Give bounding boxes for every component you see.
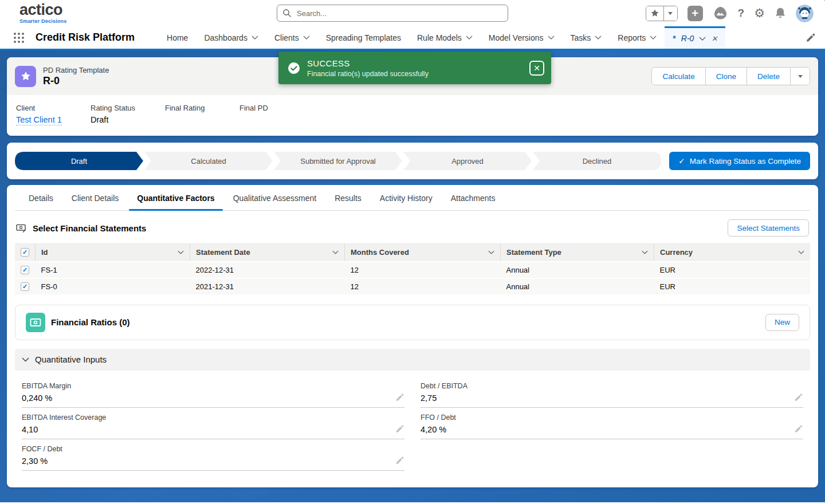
chevron-down-icon — [642, 250, 648, 254]
favorites-caret-icon[interactable] — [663, 6, 677, 21]
cell-id: FS-0 — [36, 278, 190, 295]
cell-statement-date: 2022-12-31 — [190, 262, 345, 278]
edit-pencil-icon[interactable] — [794, 425, 802, 433]
edit-pencil-icon[interactable] — [395, 393, 403, 401]
calculate-button[interactable]: Calculate — [652, 68, 705, 85]
edit-nav-pencil-icon[interactable] — [806, 33, 815, 42]
unsaved-marker: * — [673, 34, 675, 43]
actico-logo: actico Smarter Decisions — [19, 2, 66, 24]
tab-details[interactable]: Details — [19, 185, 62, 210]
global-search — [277, 5, 508, 22]
cell-currency: EUR — [654, 278, 811, 295]
screen: actico Smarter Decisions + ? ⚙ — [0, 0, 825, 504]
tab-qualitative-assessment[interactable]: Qualitative Assessment — [224, 185, 326, 210]
select-statements-button[interactable]: Select Statements — [728, 219, 809, 237]
cell-statement-date: 2021-12-31 — [190, 278, 345, 295]
tab-client-details[interactable]: Client Details — [62, 185, 128, 210]
toast-message: Financial ratio(s) updated successfully — [307, 70, 429, 78]
table-row: ✓ FS-0 2021-12-31 12 Annual EUR — [15, 278, 810, 295]
tab-attachments[interactable]: Attachments — [442, 185, 505, 210]
check-icon: ✓ — [678, 156, 685, 166]
record-title: R-0 — [43, 75, 109, 87]
app-navigation-bar: Credit Risk Platform Home Dashboards Cli… — [0, 26, 825, 50]
toast-close-icon[interactable]: ✕ — [529, 61, 544, 76]
edit-pencil-icon[interactable] — [395, 456, 403, 464]
record-highlight-fields: Client Test Client 1 Rating Status Draft… — [7, 95, 818, 136]
nav-tab-tasks[interactable]: Tasks — [563, 26, 610, 49]
edit-pencil-icon[interactable] — [395, 425, 403, 433]
financial-statements-table: ✓ Id Statement Date Months Covered State… — [15, 243, 810, 296]
help-icon[interactable]: ? — [738, 7, 745, 19]
field-ebitda-interest-coverage: EBITDA Interest Coverage 4,10 — [22, 414, 404, 439]
field-debt-ebitda: Debt / EBITDA 2,75 — [421, 382, 803, 408]
section-chevron-down-icon — [22, 357, 29, 362]
chevron-down-icon — [466, 36, 473, 40]
chevron-down-icon — [178, 250, 184, 254]
nav-tab-rule-models[interactable]: Rule Models — [409, 26, 481, 49]
app-name: Credit Risk Platform — [36, 32, 135, 44]
financial-ratios-heading: Financial Ratios (0) — [51, 317, 130, 327]
quantitative-inputs-header[interactable]: Quantitative Inputs — [15, 349, 810, 371]
field-final-rating: Final Rating — [165, 104, 214, 125]
trailhead-icon[interactable] — [713, 6, 728, 20]
financial-ratios-banknote-icon — [26, 313, 45, 332]
cell-months-covered: 12 — [345, 278, 501, 295]
statements-heading: Select Financial Statements — [33, 223, 146, 233]
select-all-checkbox[interactable]: ✓ — [21, 248, 29, 257]
path-step-calculated[interactable]: Calculated — [144, 152, 273, 170]
brand-tagline: Smarter Decisions — [19, 19, 66, 24]
financial-ratios-card: Financial Ratios (0) New — [15, 305, 810, 340]
utility-icons: + ? ⚙ — [646, 5, 814, 22]
mark-status-complete-button[interactable]: ✓ Mark Rating Status as Complete — [669, 152, 810, 170]
global-add-icon[interactable]: + — [688, 6, 703, 21]
row-checkbox[interactable]: ✓ — [21, 282, 29, 291]
clone-button[interactable]: Clone — [705, 68, 747, 85]
field-focf-debt: FOCF / Debt 2,30 % — [22, 445, 404, 471]
close-tab-icon[interactable]: ✕ — [711, 34, 717, 43]
tab-quantitative-factors[interactable]: Quantitative Factors — [128, 185, 223, 210]
table-row: ✓ FS-1 2022-12-31 12 Annual EUR — [15, 262, 810, 278]
tab-results[interactable]: Results — [325, 185, 371, 210]
record-detail-card: Details Client Details Quantitative Fact… — [7, 185, 818, 487]
path-step-draft[interactable]: Draft — [15, 152, 143, 170]
edit-pencil-icon[interactable] — [794, 393, 802, 401]
chevron-down-icon — [798, 250, 804, 254]
pd-rating-template-star-icon — [15, 66, 36, 87]
setup-gear-icon[interactable]: ⚙ — [754, 6, 765, 20]
financial-statement-icon — [16, 223, 27, 233]
app-launcher-icon[interactable] — [14, 33, 24, 43]
nav-tab-dashboards[interactable]: Dashboards — [196, 26, 266, 49]
nav-tab-clients[interactable]: Clients — [266, 26, 318, 49]
path-step-submitted[interactable]: Submitted for Approval — [274, 152, 402, 170]
row-checkbox[interactable]: ✓ — [21, 266, 29, 274]
delete-button[interactable]: Delete — [747, 68, 790, 85]
field-rating-status: Rating Status Draft — [91, 104, 140, 125]
nav-tab-reports[interactable]: Reports — [610, 26, 665, 49]
toast-title: SUCCESS — [307, 58, 429, 68]
path-step-approved[interactable]: Approved — [403, 152, 532, 170]
path-step-declined[interactable]: Declined — [533, 152, 661, 170]
notifications-bell-icon[interactable] — [775, 7, 786, 19]
more-actions-caret-icon[interactable] — [790, 68, 810, 85]
new-ratio-button[interactable]: New — [765, 314, 799, 331]
search-input[interactable] — [277, 5, 508, 22]
statements-section-header: Select Financial Statements Select State… — [16, 219, 809, 237]
rating-status-path-card: Draft Calculated Submitted for Approval … — [7, 143, 818, 179]
user-avatar[interactable] — [796, 5, 814, 22]
chevron-down-icon — [595, 36, 602, 40]
nav-tab-record-r0[interactable]: * R-0 ✕ — [665, 26, 725, 49]
utility-bar: actico Smarter Decisions + ? ⚙ — [0, 0, 825, 26]
search-icon — [282, 9, 292, 18]
record-entity-label: PD Rating Template — [43, 66, 109, 74]
nav-tab-model-versions[interactable]: Model Versions — [481, 26, 563, 49]
client-link[interactable]: Test Client 1 — [16, 115, 62, 125]
cell-statement-type: Annual — [501, 278, 654, 295]
favorites-star-icon[interactable] — [646, 6, 663, 21]
tab-activity-history[interactable]: Activity History — [371, 185, 442, 210]
cell-currency: EUR — [654, 262, 811, 278]
success-toast: SUCCESS Financial ratio(s) updated succe… — [278, 52, 551, 84]
nav-tab-spreading-templates[interactable]: Spreading Templates — [318, 26, 409, 49]
nav-tab-home[interactable]: Home — [159, 26, 196, 49]
chevron-down-icon — [303, 36, 310, 40]
table-header-row: ✓ Id Statement Date Months Covered State… — [15, 244, 810, 262]
